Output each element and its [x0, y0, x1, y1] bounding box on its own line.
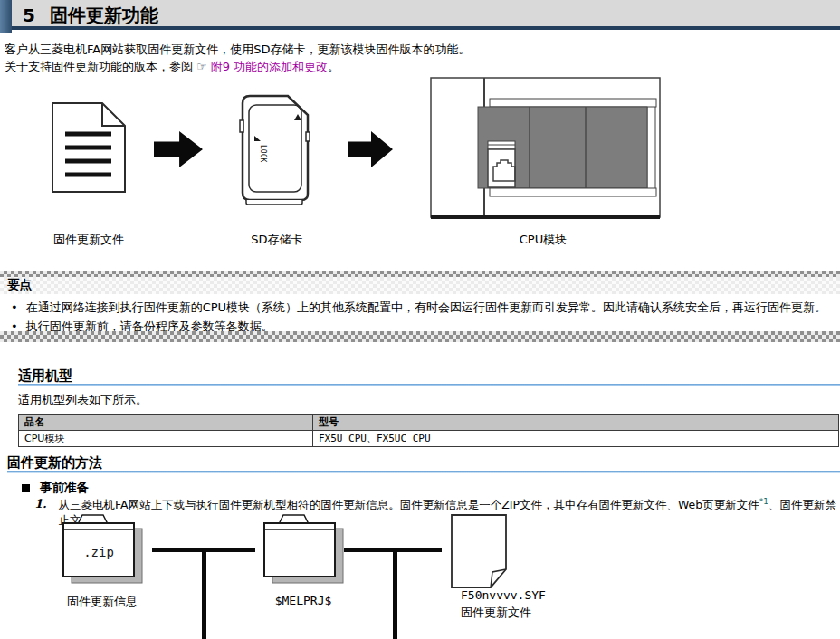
cpu-module-icon	[430, 77, 661, 220]
key-points-title: 要点	[7, 277, 32, 293]
intro-line-1: 客户从三菱电机FA网站获取固件更新文件，使用SD存储卡，更新该模块固件版本的功能…	[5, 42, 835, 57]
chapter-title: 5固件更新功能	[23, 4, 158, 28]
cross-reference-icon: ☞	[196, 60, 207, 73]
key-points-top-border	[0, 271, 840, 277]
step-number: 1.	[34, 497, 47, 529]
key-point-item: • 在通过网络连接到执行固件更新的CPU模块（系统）上的其他系统配置中，有时会因…	[11, 298, 835, 317]
table-header-model: 型号	[313, 415, 839, 431]
table-header-product: 品名	[19, 415, 313, 431]
arrow-right-icon	[154, 131, 203, 167]
table-cell-product: CPU模块	[19, 431, 313, 447]
section-heading-applicable-models: 适用机型	[18, 367, 72, 385]
subsection-heading-text: 事前准备	[40, 480, 89, 496]
subsection-heading-preparation: 事前准备	[22, 480, 89, 496]
intro-line-2-text: 关于支持固件更新功能的版本，参阅	[5, 60, 193, 73]
chapter-title-text: 固件更新功能	[50, 5, 158, 26]
bullet-icon: •	[11, 298, 18, 317]
manual-page: 5固件更新功能 客户从三菱电机FA网站获取固件更新文件，使用SD存储卡，更新该模…	[0, 0, 840, 639]
intro-paragraph: 客户从三菱电机FA网站获取固件更新文件，使用SD存储卡，更新该模块固件版本的功能…	[5, 42, 835, 74]
section-heading-update-method: 固件更新的方法	[7, 454, 102, 472]
sd-lock-label: LOCK	[259, 145, 267, 162]
footnote-marker: *1	[759, 497, 768, 506]
table-header-row: 品名 型号	[19, 415, 839, 431]
table-row: CPU模块 FX5U CPU、FX5UC CPU	[19, 431, 839, 447]
diagram-label-sd: SD存储卡	[226, 232, 328, 248]
file-label-zip: 固件更新信息	[56, 594, 148, 610]
zip-folder-text: .zip	[83, 545, 114, 559]
procedure-step-1: 1. 从三菱电机FA网站上下载与执行固件更新机型相符的固件更新信息。固件更新信息…	[34, 497, 838, 529]
cross-reference-link[interactable]: 附9 功能的添加和更改	[211, 60, 328, 73]
syf-filename: F50nvvvv.SYF	[461, 588, 546, 602]
key-point-text: 在通过网络连接到执行固件更新的CPU模块（系统）上的其他系统配置中，有时会因运行…	[26, 298, 826, 317]
square-bullet-icon	[22, 484, 30, 492]
firmware-file-icon	[50, 101, 128, 195]
melprj-folder-icon	[257, 511, 349, 591]
arrow-right-icon	[348, 131, 393, 167]
diagram-label-file: 固件更新文件	[36, 232, 141, 248]
key-points-header-band	[0, 277, 840, 294]
zip-folder-icon: .zip	[56, 511, 148, 591]
heading-rule	[18, 384, 840, 386]
sd-card-icon: LOCK	[237, 93, 315, 209]
file-label-syf: F50nvvvv.SYF 固件更新文件	[461, 588, 546, 621]
heading-rule	[7, 471, 840, 473]
table-cell-model: FX5U CPU、FX5UC CPU	[313, 431, 839, 447]
section-description: 适用机型列表如下所示。	[18, 392, 148, 408]
key-points-list: • 在通过网络连接到执行固件更新的CPU模块（系统）上的其他系统配置中，有时会因…	[11, 298, 835, 336]
chapter-accent-bar	[0, 0, 12, 33]
syf-file-icon	[450, 513, 508, 589]
connector-line	[202, 548, 206, 639]
connector-line	[393, 548, 397, 639]
syf-description: 固件更新文件	[461, 605, 546, 621]
diagram-label-cpu: CPU模块	[489, 232, 597, 248]
models-table: 品名 型号 CPU模块 FX5U CPU、FX5UC CPU	[18, 414, 839, 447]
chapter-number: 5	[23, 5, 35, 26]
step-text-before: 从三菱电机FA网站上下载与执行固件更新机型相符的固件更新信息。固件更新信息是一个…	[59, 498, 759, 511]
intro-line-2-suffix: 。	[328, 60, 339, 73]
intro-line-2: 关于支持固件更新功能的版本，参阅☞附9 功能的添加和更改。	[5, 59, 835, 74]
step-text: 从三菱电机FA网站上下载与执行固件更新机型相符的固件更新信息。固件更新信息是一个…	[59, 497, 838, 529]
file-label-melprj: $MELPRJ$	[257, 594, 349, 607]
key-points-bottom-border	[0, 331, 840, 342]
